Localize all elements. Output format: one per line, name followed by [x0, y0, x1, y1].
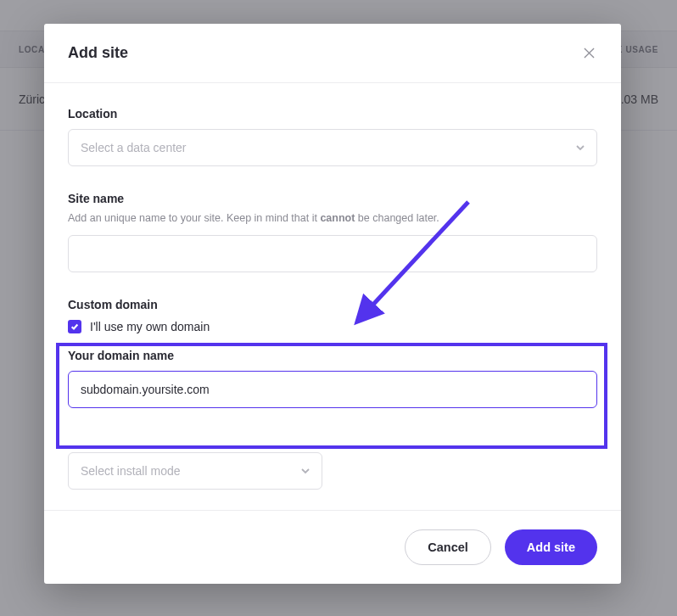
location-select-placeholder: Select a data center: [81, 141, 187, 154]
customdomain-label: Custom domain: [68, 298, 597, 311]
sitename-hint-suffix: be changed later.: [355, 212, 439, 224]
sitename-hint: Add an unique name to your site. Keep in…: [68, 210, 597, 227]
chevron-down-icon: [301, 467, 310, 475]
close-icon: [584, 48, 595, 59]
cancel-button[interactable]: Cancel: [405, 529, 491, 565]
add-site-button[interactable]: Add site: [505, 529, 597, 565]
installmode-select[interactable]: Select install mode: [68, 452, 322, 490]
check-icon: [70, 322, 79, 331]
sitename-hint-strong: cannot: [320, 212, 355, 224]
location-label: Location: [68, 107, 597, 120]
customdomain-field-group: Custom domain I'll use my own domain: [68, 298, 597, 333]
close-button[interactable]: [580, 45, 597, 62]
chevron-down-icon: [576, 143, 585, 152]
sitename-field-group: Site name Add an unique name to your sit…: [68, 192, 597, 272]
yourdomain-label: Your domain name: [68, 349, 597, 362]
sitename-input[interactable]: [68, 235, 597, 272]
modal-header: Add site: [44, 24, 621, 83]
own-domain-checkbox-row[interactable]: I'll use my own domain: [68, 320, 597, 333]
yourdomain-input[interactable]: [68, 371, 597, 408]
own-domain-checkbox[interactable]: [68, 320, 81, 333]
own-domain-checkbox-label: I'll use my own domain: [90, 320, 210, 333]
modal-title: Add site: [68, 44, 128, 62]
add-site-modal: Add site Location Select a data center S…: [44, 24, 621, 584]
sitename-label: Site name: [68, 192, 597, 205]
installmode-select-placeholder: Select install mode: [81, 464, 181, 478]
yourdomain-field-group: Your domain name: [68, 349, 597, 408]
location-field-group: Location Select a data center: [68, 107, 597, 166]
sitename-hint-prefix: Add an unique name to your site. Keep in…: [68, 212, 320, 224]
modal-body: Location Select a data center Site name …: [44, 83, 621, 510]
installmode-field-group: Select install mode: [68, 452, 597, 490]
location-select[interactable]: Select a data center: [68, 129, 597, 166]
modal-footer: Cancel Add site: [44, 510, 621, 584]
